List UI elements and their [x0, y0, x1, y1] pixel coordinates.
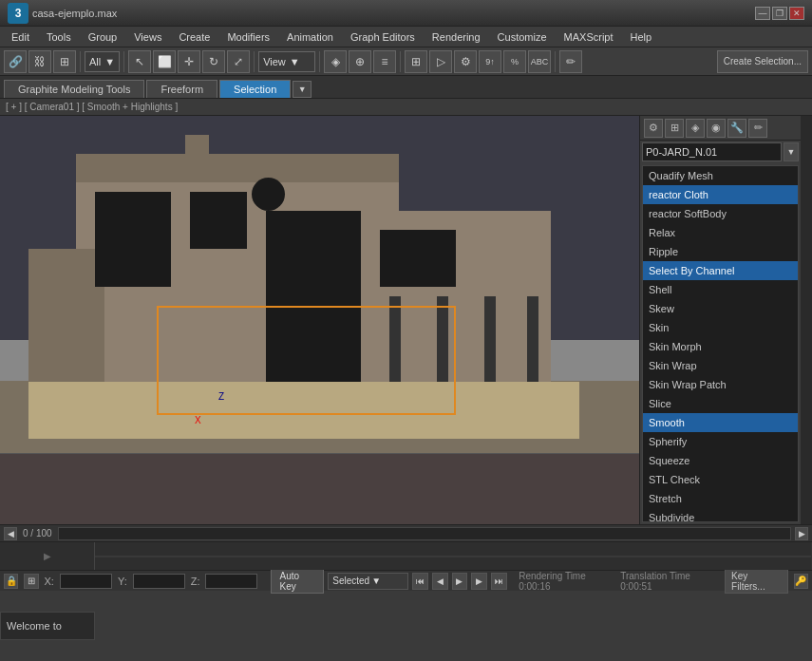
panel-motion-button[interactable]: ◈ — [686, 119, 705, 138]
tab-selection[interactable]: Selection — [219, 80, 291, 98]
x-label: X: — [45, 576, 54, 587]
modifier-list-item[interactable]: Relax — [643, 223, 798, 242]
viewport[interactable]: X Z — [0, 116, 639, 524]
modifier-list-item[interactable]: Subdivide — [643, 508, 798, 522]
key-icon[interactable]: 🔑 — [794, 574, 808, 589]
select-button[interactable]: ↖ — [128, 50, 151, 73]
menu-create[interactable]: Create — [171, 29, 217, 45]
tabs-more-button[interactable]: ▼ — [293, 81, 312, 98]
modifier-list-item[interactable]: Slice — [643, 394, 798, 413]
modifier-list[interactable]: Quadify Meshreactor Clothreactor SoftBod… — [642, 165, 799, 522]
right-scrollbar[interactable] — [801, 116, 812, 524]
next-frame-button[interactable]: ▶ — [471, 573, 487, 590]
timeline-prev-button[interactable]: ◀ — [4, 527, 17, 540]
panel-utilities-button[interactable]: 🔧 — [727, 119, 746, 138]
modifier-list-item[interactable]: Spherify — [643, 432, 798, 451]
modifier-list-item[interactable]: STL Check — [643, 470, 798, 489]
modifier-list-item[interactable]: reactor Cloth — [643, 185, 798, 204]
abc-button[interactable]: ABC — [528, 50, 551, 73]
menu-animation[interactable]: Animation — [279, 29, 341, 45]
number-button[interactable]: 9↑ — [479, 50, 501, 73]
viewport-dropdown[interactable]: View ▼ — [258, 51, 315, 72]
snap-status-icon[interactable]: ⊞ — [24, 574, 38, 589]
modifier-dropdown-arrow[interactable]: ▼ — [784, 142, 799, 161]
modifier-list-item[interactable]: Squeeze — [643, 451, 798, 470]
pencil-button[interactable]: ✏ — [559, 50, 582, 73]
modifier-list-item[interactable]: Shell — [643, 280, 798, 299]
select-region-button[interactable]: ⬜ — [153, 50, 176, 73]
modifier-list-item[interactable]: Ripple — [643, 242, 798, 261]
material-button[interactable]: ◈ — [324, 50, 347, 73]
panel-settings-button[interactable]: ⚙ — [644, 119, 663, 138]
skip-end-button[interactable]: ⏭ — [491, 573, 507, 590]
panel-display-button[interactable]: ◉ — [707, 119, 726, 138]
modifier-list-item[interactable]: Skin Morph — [643, 337, 798, 356]
filter-dropdown[interactable]: All ▼ — [85, 51, 120, 72]
menu-tools[interactable]: Tools — [39, 29, 79, 45]
create-selection-button[interactable]: Create Selection... — [717, 50, 808, 73]
modifier-list-item[interactable]: Skew — [643, 299, 798, 318]
layer-button[interactable]: ⊞ — [405, 50, 427, 73]
app-logo: 3 — [8, 3, 28, 24]
render-settings-button[interactable]: ⚙ — [454, 50, 477, 73]
auto-key-button[interactable]: Auto Key — [271, 569, 324, 594]
skip-start-button[interactable]: ⏮ — [412, 573, 428, 590]
modifier-list-item[interactable]: Stretch — [643, 489, 798, 508]
modifier-list-item[interactable]: Skin Wrap — [643, 356, 798, 375]
tick-row: ▶ — [0, 541, 812, 570]
y-label: Y: — [118, 576, 127, 587]
menu-graph-editors[interactable]: Graph Editors — [343, 29, 423, 45]
building-roof — [76, 154, 399, 182]
tab-graphite-modeling-tools[interactable]: Graphite Modeling Tools — [4, 80, 144, 98]
lock-icon[interactable]: 🔒 — [4, 574, 18, 589]
align-button[interactable]: ≡ — [373, 50, 396, 73]
translation-time: Translation Time 0:00:51 — [620, 571, 719, 592]
modifier-list-item[interactable]: Skin — [643, 318, 798, 337]
modifier-list-item[interactable]: reactor SoftBody — [643, 204, 798, 223]
separator-4 — [319, 51, 320, 72]
menu-rendering[interactable]: Rendering — [425, 29, 488, 45]
rotate-button[interactable]: ↻ — [202, 50, 225, 73]
restore-button[interactable]: ❐ — [772, 7, 787, 20]
prev-frame-button[interactable]: ◀ — [432, 573, 448, 590]
x-input[interactable] — [60, 574, 112, 589]
z-input[interactable] — [205, 574, 257, 589]
percent-button[interactable]: % — [503, 50, 526, 73]
select-move-button[interactable]: ✛ — [178, 50, 200, 73]
y-input[interactable] — [133, 574, 185, 589]
timeline-bar[interactable] — [58, 527, 791, 540]
menu-customize[interactable]: Customize — [490, 29, 555, 45]
rendering-time: Rendering Time 0:00:16 — [519, 571, 614, 592]
link-button[interactable]: 🔗 — [4, 50, 27, 73]
unlink-button[interactable]: ⛓ — [28, 50, 51, 73]
modifier-list-item[interactable]: Smooth — [643, 413, 798, 432]
close-button[interactable]: ✕ — [789, 7, 804, 20]
z-label: Z: — [191, 576, 200, 587]
scale-button[interactable]: ⤢ — [227, 50, 250, 73]
separator-2 — [123, 51, 124, 72]
menu-maxscript[interactable]: MAXScript — [557, 29, 621, 45]
selected-label: Selected — [332, 576, 369, 586]
modifier-list-item[interactable]: Select By Channel — [643, 261, 798, 280]
window-1 — [95, 192, 171, 287]
key-filters-button[interactable]: Key Filters... — [725, 569, 788, 594]
chimney — [185, 135, 209, 182]
bind-button[interactable]: ⊞ — [53, 50, 76, 73]
minimize-button[interactable]: — — [755, 7, 770, 20]
snap-button[interactable]: ⊕ — [349, 50, 371, 73]
menu-modifiers[interactable]: Modifiers — [219, 29, 277, 45]
modifier-list-item[interactable]: Skin Wrap Patch — [643, 375, 798, 394]
timeline-next-button[interactable]: ▶ — [795, 527, 808, 540]
menu-group[interactable]: Group — [81, 29, 125, 45]
modifier-list-item[interactable]: Quadify Mesh — [643, 166, 798, 185]
panel-extra-button[interactable]: ✏ — [748, 119, 767, 138]
menu-help[interactable]: Help — [623, 29, 660, 45]
selected-dropdown[interactable]: Selected ▼ — [328, 573, 407, 590]
panel-hierarchy-button[interactable]: ⊞ — [665, 119, 684, 138]
menu-views[interactable]: Views — [126, 29, 169, 45]
tab-freeform[interactable]: Freeform — [146, 80, 217, 98]
render-button[interactable]: ▷ — [429, 50, 452, 73]
modifier-name-input[interactable] — [642, 142, 782, 161]
menu-edit[interactable]: Edit — [4, 29, 37, 45]
play-button[interactable]: ▶ — [452, 573, 468, 590]
